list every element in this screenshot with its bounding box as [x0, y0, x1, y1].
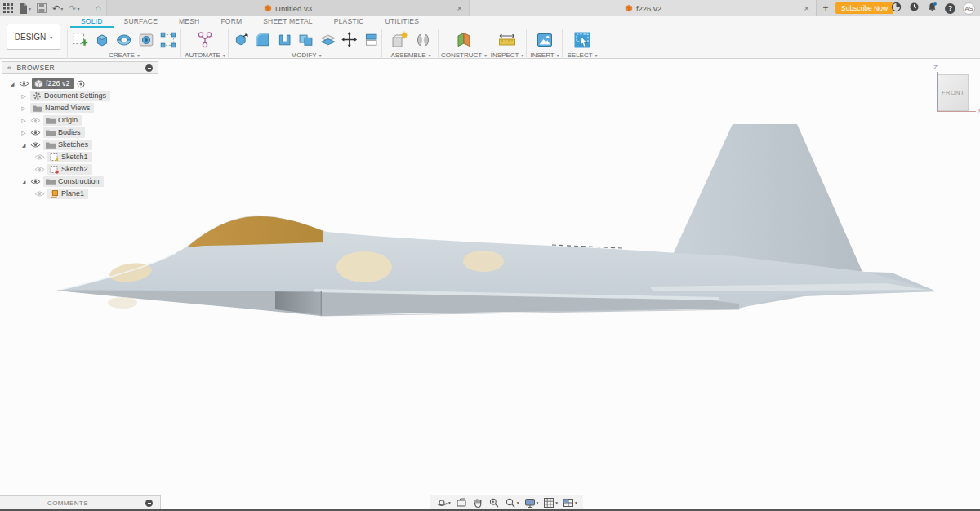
new-component-button[interactable] [389, 29, 410, 51]
viewcube-front-face[interactable]: FRONT [938, 74, 969, 111]
tree-item-origin[interactable]: ▷ Origin [2, 114, 158, 127]
save-button[interactable] [37, 1, 47, 16]
visibility-eye-icon[interactable] [19, 80, 29, 87]
visibility-eye-off-icon[interactable] [30, 117, 41, 124]
create-sketch-button[interactable] [70, 29, 90, 51]
construct-plane-button[interactable] [453, 29, 474, 51]
tree-item-sketches[interactable]: ◢ Sketches [2, 139, 158, 151]
shell-button[interactable] [275, 29, 294, 50]
group-label-create[interactable]: CREATE ▾ [70, 51, 178, 59]
visibility-eye-icon[interactable] [30, 141, 41, 149]
tree-item-label: Sketch2 [61, 165, 88, 174]
expand-triangle-icon[interactable]: ◢ [20, 179, 28, 184]
group-label-assemble[interactable]: ASSEMBLE ▾ [385, 51, 436, 59]
extensions-icon[interactable] [891, 1, 902, 16]
viewcube[interactable]: FRONT Z X [921, 64, 980, 118]
tree-item-plane1[interactable]: Plane1 [2, 188, 158, 200]
expand-triangle-icon[interactable]: ▷ [20, 118, 28, 124]
expand-triangle-icon[interactable]: ◢ [20, 142, 28, 148]
avatar[interactable]: AS [963, 2, 975, 15]
grid-settings-button[interactable]: ▾ [541, 497, 559, 509]
press-pull-button[interactable] [232, 29, 251, 50]
file-menu-button[interactable]: ▾ [19, 1, 31, 16]
expand-triangle-icon[interactable]: ◢ [8, 81, 16, 87]
notifications-bell-icon[interactable] [927, 1, 938, 16]
job-status-icon[interactable] [909, 1, 920, 16]
viewports-button[interactable]: ▾ [561, 497, 579, 509]
fusion-document-icon [625, 4, 633, 12]
offset-face-button[interactable] [318, 29, 337, 50]
insert-button[interactable] [534, 29, 555, 51]
help-icon[interactable]: ? [945, 3, 956, 14]
workspace-selector[interactable]: DESIGN ▾ [7, 24, 60, 50]
tree-item-construction[interactable]: ◢ Construction [2, 176, 158, 188]
redo-button[interactable]: ↷ ▾ [69, 1, 79, 16]
visibility-eye-off-icon[interactable] [34, 190, 45, 198]
tab-surface[interactable]: SURFACE [114, 16, 169, 28]
tab-solid[interactable]: SOLID [70, 16, 114, 28]
tree-item-sketch2[interactable]: Sketch2 [2, 163, 158, 176]
pan-button[interactable] [470, 497, 485, 509]
group-label-insert[interactable]: INSERT ▾ [529, 51, 560, 59]
document-tab-f226[interactable]: f226 v2 × [470, 0, 817, 16]
caret-down-icon: ▾ [557, 53, 559, 58]
tree-root-f226[interactable]: ◢ f226 v2 [2, 78, 158, 90]
pattern-button[interactable] [158, 29, 178, 51]
close-tab-icon[interactable]: × [804, 0, 809, 16]
group-label-select[interactable]: SELECT ▾ [565, 51, 599, 59]
joint-button[interactable] [412, 29, 434, 51]
revolve-button[interactable] [114, 29, 134, 51]
expand-triangle-icon[interactable]: ▷ [20, 130, 28, 136]
move-button[interactable] [340, 29, 359, 50]
replace-face-button[interactable] [362, 29, 381, 50]
toolbar-separator [180, 29, 181, 59]
group-label-construct[interactable]: CONSTRUCT ▾ [441, 51, 486, 59]
tab-plastic[interactable]: PLASTIC [323, 16, 375, 28]
zoom-window-button[interactable]: ▾ [503, 497, 521, 509]
expand-triangle-icon[interactable]: ▷ [20, 105, 28, 112]
tree-item-named-views[interactable]: ▷ Named Views [2, 102, 158, 114]
group-label-modify[interactable]: MODIFY ▾ [232, 51, 381, 59]
tab-form[interactable]: FORM [210, 16, 252, 28]
tree-item-document-settings[interactable]: ▷ Document Settings [2, 90, 158, 102]
activate-component-icon[interactable] [77, 80, 85, 88]
visibility-eye-off-icon[interactable] [34, 166, 45, 173]
visibility-eye-icon[interactable] [30, 129, 41, 136]
ribbon-toolbar: SOLID SURFACE MESH FORM SHEET METAL PLAS… [0, 16, 980, 59]
document-tab-untitled[interactable]: Untitled v3 × [106, 0, 470, 16]
visibility-eye-icon[interactable] [30, 178, 41, 185]
root-node-pill[interactable]: f226 v2 [32, 78, 74, 89]
zoom-button[interactable] [487, 497, 501, 509]
new-tab-button[interactable]: + [819, 2, 832, 15]
comments-options-icon[interactable] [145, 500, 153, 507]
panel-options-icon[interactable] [145, 64, 153, 72]
automate-button[interactable] [194, 29, 216, 51]
tab-mesh[interactable]: MESH [168, 16, 210, 28]
subscribe-button[interactable]: Subscribe Now [835, 2, 893, 14]
undo-button[interactable]: ↶ ▾ [52, 1, 63, 16]
home-button[interactable]: ⌂ [95, 1, 100, 16]
measure-button[interactable] [497, 29, 518, 51]
caret-down-icon: ▾ [484, 53, 487, 58]
orbit-button[interactable]: ▾ [434, 497, 452, 509]
combine-button[interactable] [296, 29, 315, 50]
group-insert: INSERT ▾ [529, 29, 560, 60]
display-settings-button[interactable]: ▾ [523, 497, 541, 509]
group-label-automate[interactable]: AUTOMATE ▾ [185, 51, 225, 59]
close-tab-icon[interactable]: × [457, 0, 462, 16]
tree-item-sketch1[interactable]: Sketch1 [2, 151, 158, 163]
extrude-button[interactable] [92, 29, 112, 51]
app-grid-icon[interactable] [3, 1, 13, 16]
tab-sheet-metal[interactable]: SHEET METAL [252, 16, 323, 28]
visibility-eye-off-icon[interactable] [34, 153, 45, 161]
comments-panel[interactable]: COMMENTS [0, 495, 161, 509]
tab-utilities[interactable]: UTILITIES [375, 16, 430, 28]
look-at-button[interactable] [454, 497, 469, 509]
select-button[interactable] [572, 29, 593, 51]
collapse-panel-icon[interactable]: « [7, 64, 11, 72]
hole-button[interactable] [136, 29, 156, 51]
tree-item-bodies[interactable]: ▷ Bodies [2, 127, 158, 139]
group-label-inspect[interactable]: INSPECT ▾ [490, 51, 524, 59]
fillet-button[interactable] [253, 29, 272, 50]
expand-triangle-icon[interactable]: ▷ [20, 93, 28, 100]
